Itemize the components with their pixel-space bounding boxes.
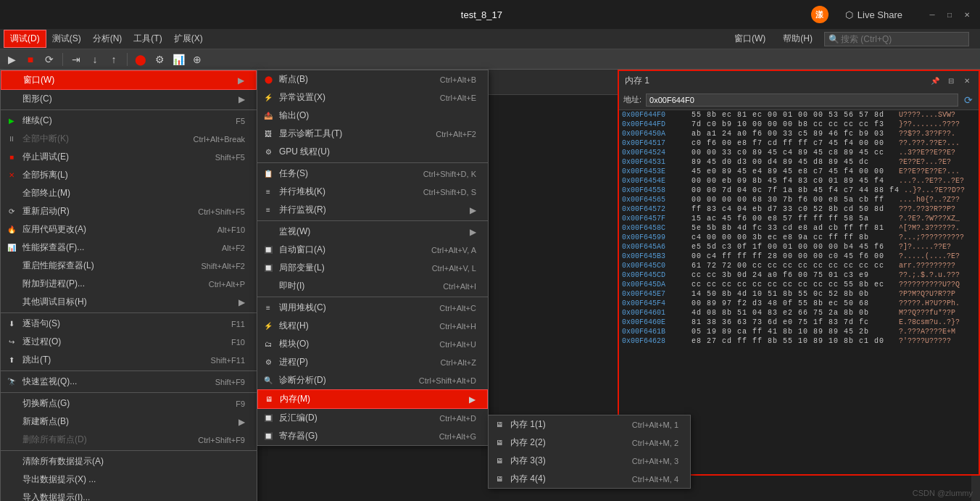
menu-item-tools[interactable]: 工具(T) (128, 30, 167, 47)
menu-item-extensions[interactable]: 扩展(X) (168, 30, 209, 47)
title-bar: test_8_17 漾 ⬡ Live Share ─ □ ✕ (0, 0, 980, 29)
menu-continue-item[interactable]: ▶ 继续(C) F5 (1, 112, 257, 130)
menu-item-analysis[interactable]: 分析(N) (87, 30, 128, 47)
menu-item-help[interactable]: 帮助(H) (777, 30, 818, 47)
minimize-button[interactable]: ─ (926, 9, 938, 20)
menu-break-all-item[interactable]: ⏸ 全部中断(K) Ctrl+Alt+Break (1, 130, 257, 148)
toolbar-step-into[interactable]: ↓ (87, 51, 103, 67)
menu-locals-item[interactable]: 🔲 局部变量(L) Ctrl+Alt+V, L (257, 259, 488, 277)
exception-icon: ⚡ (262, 91, 275, 104)
menu-export-data-tips-item[interactable]: 导出数据提示(X) ... (1, 471, 257, 489)
memory-close-button[interactable]: ✕ (961, 75, 973, 86)
toolbar-step-out[interactable]: ↑ (106, 51, 122, 67)
toolbar-stop[interactable]: ■ (22, 51, 38, 67)
live-share-button[interactable]: ⬡ Live Share (839, 7, 908, 23)
menu-graphics-item[interactable]: 图形(C) ▶ (1, 90, 257, 108)
menu-parallel-stacks-item[interactable]: ≡ 并行堆栈(K) Ctrl+Shift+D, S (257, 183, 488, 201)
memory-title-controls: 📌 ⊟ ✕ (929, 75, 973, 86)
pause-icon: ⏸ (5, 133, 18, 146)
memory-row: 0x00F645F4 00 89 97 f2 d3 48 0f 55 8b ec… (619, 299, 979, 308)
menu-call-stack-item[interactable]: ≡ 调用堆栈(C) Ctrl+Alt+C (257, 299, 488, 317)
menu-step-out-item[interactable]: ⬆ 跳出(T) Shift+F11 (1, 351, 257, 369)
menu-clear-data-tips-item[interactable]: 清除所有数据提示(A) (1, 452, 257, 471)
output-icon: 📤 (262, 109, 275, 123)
toolbar-breakpoint[interactable]: ⬤ (133, 51, 149, 67)
sep (257, 297, 488, 297)
menu-import-data-tips-item[interactable]: 导入数据提示(I)... (1, 489, 257, 501)
toolbar-continue[interactable]: ▶ (4, 51, 20, 67)
menu-item-debug[interactable]: 调试(D) (4, 30, 46, 48)
disassembly-icon: 🔲 (262, 412, 275, 425)
address-input[interactable] (646, 94, 958, 107)
menu-memory3-item[interactable]: 🖥 内存 3(3) Ctrl+Alt+M, 3 (489, 452, 690, 470)
menu-registers-item[interactable]: 🔲 寄存器(G) Ctrl+Alt+G (257, 427, 488, 445)
menu-other-debug-targets-item[interactable]: 其他调试目标(H) ▶ (1, 293, 257, 311)
threads-icon: ⚡ (262, 320, 275, 333)
menu-parallel-watch-item[interactable]: ≡ 并行监视(R) ▶ (257, 201, 488, 219)
search-input[interactable] (824, 32, 969, 46)
menu-stop-debug-item[interactable]: ■ 停止调试(E) Shift+F5 (1, 148, 257, 166)
x-icon: ✕ (5, 169, 18, 182)
window-icon (6, 74, 19, 87)
menu-processes-item[interactable]: ⚙ 进程(P) Ctrl+Alt+Z (257, 353, 488, 371)
memory-pin-button[interactable]: 📌 (929, 75, 941, 86)
menu-watch-item[interactable]: 监视(W) ▶ (257, 223, 488, 241)
toolbar-step-over[interactable]: ⇥ (68, 51, 84, 67)
menu-exception-settings-item[interactable]: ⚡ 异常设置(X) Ctrl+Alt+E (257, 88, 488, 107)
menu-diagnostic-item[interactable]: 🔍 诊断分析(D) Ctrl+Shift+Alt+D (257, 371, 488, 389)
menu-item-test[interactable]: 测试(S) (46, 30, 87, 47)
menu-disassembly-item[interactable]: 🔲 反汇编(D) Ctrl+Alt+D (257, 409, 488, 427)
memory-row: 0x00F64628 e8 27 cd ff ff 8b 55 10 89 10… (619, 336, 979, 346)
memory-dock-button[interactable]: ⊟ (945, 75, 957, 86)
registers-icon: 🔲 (262, 430, 275, 443)
menu-breakpoints-item[interactable]: ⬤ 断点(B) Ctrl+Alt+B (257, 70, 488, 88)
sep (257, 162, 488, 163)
menu-memory2-item[interactable]: 🖥 内存 2(2) Ctrl+Alt+M, 2 (489, 434, 690, 452)
menu-immediate-item[interactable]: 即时(I) Ctrl+Alt+I (257, 277, 488, 295)
menu-attach-process-item[interactable]: 附加到进程(P)... Ctrl+Alt+P (1, 275, 257, 293)
menu-gpu-threads-item[interactable]: ⚙ GPU 线程(U) (257, 143, 488, 161)
menu-memory4-item[interactable]: 🖥 内存 4(4) Ctrl+Alt+M, 4 (489, 470, 690, 488)
menu-output-item[interactable]: 📤 输出(O) (257, 107, 488, 125)
memory3-icon: 🖥 (493, 455, 506, 468)
refresh-button[interactable]: ⟳ (963, 94, 974, 106)
close-button[interactable]: ✕ (961, 9, 973, 20)
toolbar-settings[interactable]: ⚙ (151, 51, 167, 67)
menu-perf-profiler-item[interactable]: 📊 性能探查器(F)... Alt+F2 (1, 239, 257, 257)
sep (1, 312, 257, 313)
menu-autos-item[interactable]: 🔲 自动窗口(A) Ctrl+Alt+V, A (257, 241, 488, 259)
live-share-label: Live Share (858, 9, 902, 20)
menu-quickwatch-item[interactable]: 🔭 快速监视(Q)... Shift+F9 (1, 373, 257, 391)
toolbar-restart[interactable]: ⟳ (41, 51, 57, 67)
menu-memory1-item[interactable]: 🖥 内存 1(1) Ctrl+Alt+M, 1 (489, 415, 690, 434)
memory-row: 0x00F645E7 14 50 8b 4d 10 51 8b 55 0c 52… (619, 289, 979, 299)
menu-detach-all-item[interactable]: ✕ 全部拆离(L) (1, 166, 257, 184)
menu-item-window[interactable]: 窗口(W) (728, 30, 771, 47)
menu-restart-perf-item[interactable]: 重启性能探查器(L) Shift+Alt+F2 (1, 257, 257, 275)
menu-step-into-item[interactable]: ⬇ 逐语句(S) F11 (1, 315, 257, 333)
window-title: test_8_17 (461, 9, 502, 20)
menu-modules-item[interactable]: 🗂 模块(O) Ctrl+Alt+U (257, 335, 488, 353)
memory-row: 0x00F6454E 00 00 eb 09 8b 45 f4 83 c0 01… (619, 176, 979, 186)
menu-tasks-item[interactable]: 📋 任务(S) Ctrl+Shift+D, K (257, 165, 488, 183)
sep (1, 392, 257, 393)
menu-step-over-item[interactable]: ↪ 逐过程(O) F10 (1, 333, 257, 351)
toolbar-add[interactable]: ⊕ (189, 51, 205, 67)
step-out-icon: ⬆ (5, 354, 18, 367)
menu-diag-tools-item[interactable]: 🖼 显示诊断工具(T) Ctrl+Alt+F2 (257, 125, 488, 143)
menu-window-item[interactable]: 窗口(W) ▶ (1, 70, 257, 90)
share-icon: ⬡ (845, 9, 853, 20)
menu-restart-item[interactable]: ⟳ 重新启动(R) Ctrl+Shift+F5 (1, 202, 257, 220)
menu-apply-code-item[interactable]: 🔥 应用代码更改(A) Alt+F10 (1, 220, 257, 239)
menu-threads-item[interactable]: ⚡ 线程(H) Ctrl+Alt+H (257, 317, 488, 335)
menu-delete-all-bp-item[interactable]: 删除所有断点(D) Ctrl+Shift+F9 (1, 431, 257, 449)
menu-toggle-bp-item[interactable]: 切换断点(G) F9 (1, 394, 257, 413)
memory-row: 0x00F64572 ff 83 c4 04 eb d7 33 c0 52 8b… (619, 204, 979, 214)
toolbar-performance[interactable]: 📊 (170, 51, 186, 67)
memory1-icon: 🖥 (493, 418, 506, 431)
menu-new-bp-item[interactable]: 新建断点(B) ▶ (1, 413, 257, 431)
window-submenu-dropdown: ⬤ 断点(B) Ctrl+Alt+B ⚡ 异常设置(X) Ctrl+Alt+E … (257, 70, 489, 446)
menu-memory-item[interactable]: 🖥 内存(M) ▶ (257, 389, 488, 409)
menu-terminate-all-item[interactable]: 全部终止(M) (1, 184, 257, 202)
restore-button[interactable]: □ (944, 9, 955, 20)
